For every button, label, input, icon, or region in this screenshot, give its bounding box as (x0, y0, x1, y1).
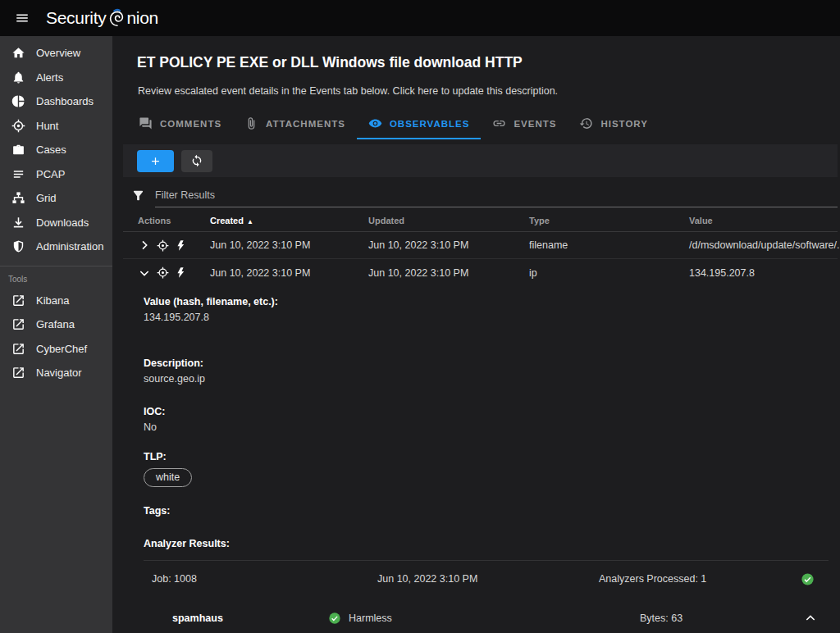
analyzer-results-panel: Job: 1008 Jun 10, 2022 3:10 PM Analyzers… (144, 560, 829, 633)
verdict-text: Harmless (349, 613, 392, 624)
sidebar-item-label: Alerts (36, 71, 63, 84)
check-circle-icon (801, 572, 815, 586)
hunt-action-icon[interactable] (157, 239, 169, 252)
cell-type: ip (529, 267, 689, 279)
analyzer-verdict: Harmless (328, 612, 640, 625)
sidebar-item-label: Cases (36, 143, 66, 156)
download-icon (11, 216, 25, 230)
sort-asc-icon: ▲ (247, 218, 253, 225)
sidebar-tool-grafana[interactable]: Grafana (0, 312, 112, 337)
analyzers-processed: Analyzers Processed: 1 (599, 573, 801, 585)
sidebar-tool-kibana[interactable]: Kibana (0, 289, 112, 313)
eye-icon (368, 116, 382, 130)
tab-label: HISTORY (600, 119, 647, 129)
value-label: Value (hash, filename, etc.): (144, 296, 840, 307)
app-logo: Security nion (46, 8, 158, 28)
pie-chart-icon (11, 94, 25, 108)
filter-row: Filter Results (131, 189, 838, 207)
refresh-button[interactable] (181, 150, 212, 172)
main-content: ET POLICY PE EXE or DLL Windows file dow… (112, 36, 840, 633)
job-timestamp: Jun 10, 2022 3:10 PM (377, 573, 599, 585)
description-text: source.geo.ip (144, 373, 840, 385)
header-actions: Actions (138, 216, 210, 225)
analyzer-bytes: Bytes: 63 (640, 613, 804, 624)
ioc-label: IOC: (144, 406, 840, 417)
table-header-row: Actions Created▲ Updated Type Value (123, 209, 838, 232)
sidebar-item-overview[interactable]: Overview (0, 41, 112, 66)
sidebar-item-label: Navigator (36, 367, 82, 379)
analyzer-job-row[interactable]: Job: 1008 Jun 10, 2022 3:10 PM Analyzers… (144, 561, 829, 597)
home-icon (11, 46, 25, 60)
hunt-action-icon[interactable] (157, 266, 169, 279)
tab-comments[interactable]: COMMENTS (127, 109, 233, 139)
sidebar: Overview Alerts Dashboards Hunt Cases PC… (0, 36, 112, 633)
tab-label: OBSERVABLES (390, 119, 469, 129)
sidebar-item-dashboards[interactable]: Dashboards (0, 89, 112, 114)
observables-toolbar (123, 144, 838, 177)
external-link-icon (11, 294, 25, 307)
sidebar-item-label: Downloads (36, 216, 89, 229)
tlp-chip: white (144, 468, 192, 487)
sidebar-item-administration[interactable]: Administration (0, 235, 112, 259)
chevron-down-icon[interactable] (138, 266, 151, 280)
crosshair-icon (11, 119, 25, 133)
observable-detail: Value (hash, filename, etc.): 134.195.20… (112, 296, 840, 549)
cell-value: /d/msdownload/update/software/... (689, 239, 840, 251)
sidebar-item-cases[interactable]: Cases (0, 138, 112, 162)
observables-table: Actions Created▲ Updated Type Value Jun … (123, 209, 838, 286)
list-lines-icon (11, 167, 25, 181)
sidebar-tool-navigator[interactable]: Navigator (0, 361, 112, 385)
analyzer-results-label: Analyzer Results: (144, 538, 840, 549)
job-id: Job: 1008 (152, 573, 377, 585)
plus-icon (149, 155, 162, 167)
sidebar-item-label: Overview (36, 47, 80, 59)
sidebar-item-label: Hunt (36, 120, 58, 132)
external-link-icon (11, 366, 25, 380)
sidebar-item-pcap[interactable]: PCAP (0, 162, 112, 187)
header-created[interactable]: Created▲ (210, 216, 368, 225)
add-observable-button[interactable] (137, 150, 174, 172)
bolt-action-icon[interactable] (175, 266, 187, 279)
tab-label: EVENTS (514, 119, 556, 129)
sidebar-item-label: PCAP (36, 168, 65, 180)
tab-label: COMMENTS (160, 119, 221, 129)
sidebar-item-downloads[interactable]: Downloads (0, 211, 112, 235)
tlp-label: TLP: (144, 451, 840, 462)
sidebar-tool-cyberchef[interactable]: CyberChef (0, 337, 112, 362)
value-text: 134.195.207.8 (144, 312, 840, 323)
header-updated[interactable]: Updated (368, 216, 529, 225)
sidebar-item-label: Dashboards (36, 95, 94, 107)
description-label: Description: (144, 357, 840, 369)
history-icon (579, 116, 593, 130)
sidebar-item-grid[interactable]: Grid (0, 186, 112, 211)
external-link-icon (11, 317, 25, 331)
table-row: Jun 10, 2022 3:10 PM Jun 10, 2022 3:10 P… (123, 232, 838, 259)
header-value[interactable]: Value (689, 216, 838, 225)
table-row: Jun 10, 2022 3:10 PM Jun 10, 2022 3:10 P… (123, 259, 838, 286)
tools-section-label: Tools (0, 266, 112, 289)
header-type[interactable]: Type (529, 216, 689, 225)
app-bar: Security nion (0, 0, 840, 36)
filter-results-input[interactable]: Filter Results (155, 189, 838, 207)
chevron-right-icon[interactable] (138, 239, 151, 252)
tab-events[interactable]: EVENTS (481, 109, 568, 139)
tab-attachments[interactable]: ATTACHMENTS (233, 109, 357, 139)
paperclip-icon (244, 116, 258, 130)
case-tabs: COMMENTS ATTACHMENTS OBSERVABLES EVENTS … (127, 109, 840, 139)
external-link-icon (11, 342, 25, 356)
sidebar-item-hunt[interactable]: Hunt (0, 114, 112, 139)
menu-icon[interactable] (8, 4, 36, 32)
tab-history[interactable]: HISTORY (568, 109, 659, 139)
filter-icon (131, 189, 145, 203)
cell-created: Jun 10, 2022 3:10 PM (210, 239, 368, 251)
tab-observables[interactable]: OBSERVABLES (357, 109, 481, 139)
analyzer-result-row[interactable]: spamhaus Harmless Bytes: 63 (172, 602, 829, 633)
sidebar-item-alerts[interactable]: Alerts (0, 66, 112, 90)
cell-created: Jun 10, 2022 3:10 PM (210, 267, 368, 279)
sidebar-item-label: CyberChef (36, 343, 87, 355)
ioc-text: No (144, 421, 840, 433)
cell-type: filename (529, 239, 689, 251)
case-description[interactable]: Review escalated event details in the Ev… (138, 85, 840, 97)
chevron-up-icon[interactable] (804, 612, 817, 625)
bolt-action-icon[interactable] (175, 239, 187, 252)
